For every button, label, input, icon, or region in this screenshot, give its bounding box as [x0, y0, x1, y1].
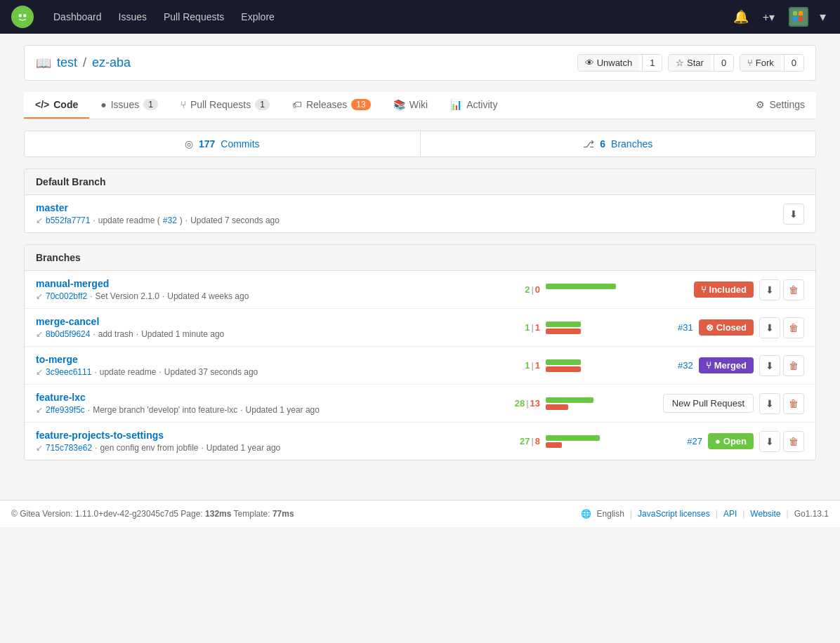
tab-releases[interactable]: 🏷 Releases 13: [281, 92, 382, 119]
footer-js-licenses-link[interactable]: JavaScript licenses: [638, 509, 710, 519]
footer-language: English: [597, 509, 624, 519]
branch-commit-msg: update readme: [100, 367, 157, 377]
site-logo[interactable]: [11, 6, 34, 28]
wiki-icon: 📚: [393, 99, 405, 110]
branch-commit-hash[interactable]: 715c783e62: [46, 443, 92, 453]
branch-delete-button[interactable]: 🗑: [783, 431, 804, 452]
branch-delete-button[interactable]: 🗑: [783, 279, 804, 300]
branch-delete-button[interactable]: 🗑: [783, 393, 804, 414]
pr-badge: 1: [255, 99, 270, 110]
closed-icon: ⊗: [706, 322, 714, 333]
branch-delete-button[interactable]: 🗑: [783, 355, 804, 376]
plus-icon: +▾: [763, 11, 775, 23]
branch-meta: ↙ 70c002bff2 · Set Version 2.1.0 · Updat…: [36, 291, 513, 301]
repo-actions: 👁 Unwatch 1 ☆ Star 0 ⑂ Fork 0: [577, 54, 804, 72]
fork-button[interactable]: ⑂ Fork: [740, 55, 781, 71]
branch-updated: Updated 4 weeks ago: [167, 291, 249, 301]
branch-download-button[interactable]: ⬇: [759, 355, 780, 376]
branch-meta: ↙ 8b0d5f9624 · add trash · Updated 1 min…: [36, 329, 513, 339]
pr-number-link[interactable]: #32: [678, 360, 693, 371]
user-avatar[interactable]: [789, 7, 808, 27]
download-icon: ⬇: [766, 284, 774, 296]
repo-owner-link[interactable]: test: [57, 55, 77, 70]
table-row: feature-projects-to-settings ↙ 715c783e6…: [25, 423, 815, 460]
default-branch-row: master ↙ b552fa7771 · update readme ( #3…: [25, 195, 815, 232]
tab-activity[interactable]: 📊 Activity: [439, 92, 508, 119]
nav-pull-requests[interactable]: Pull Requests: [155, 0, 232, 34]
tab-code[interactable]: </> Code: [24, 92, 89, 119]
repo-name-link[interactable]: ez-aba: [92, 55, 131, 70]
branches-section: Branches manual-merged ↙ 70c002bff2 · Se…: [24, 244, 816, 460]
branch-delete-button[interactable]: 🗑: [783, 317, 804, 338]
create-menu-button[interactable]: +▾: [760, 8, 777, 27]
star-button[interactable]: ☆ Star: [669, 55, 710, 71]
tab-settings[interactable]: ⚙ Settings: [744, 92, 816, 119]
branch-info-feature-lxc: feature-lxc ↙ 2ffe939f5c · Merge branch …: [36, 392, 504, 415]
default-branch-commit-pr[interactable]: #32: [163, 216, 177, 225]
download-icon: ⬇: [766, 436, 774, 447]
footer-website-link[interactable]: Website: [750, 509, 780, 519]
download-icon: ⬇: [766, 322, 774, 333]
download-icon: ⬇: [766, 360, 774, 371]
table-row: to-merge ↙ 3c9eec6111 · update readme · …: [25, 347, 815, 385]
branches-stat[interactable]: ⎇ 6 Branches: [421, 131, 816, 157]
branch-name-link[interactable]: to-merge: [36, 354, 78, 365]
branch-download-button[interactable]: ⬇: [759, 393, 780, 414]
fork-count: 0: [784, 55, 803, 71]
commits-stat[interactable]: ◎ 177 Commits: [25, 131, 421, 157]
fork-icon: ⑂: [747, 58, 753, 68]
trash-icon: 🗑: [789, 436, 799, 447]
branches-label: Branches: [611, 138, 652, 150]
unwatch-button[interactable]: 👁 Unwatch: [578, 55, 639, 71]
branch-name-link[interactable]: merge-cancel: [36, 316, 99, 327]
bar-behind: [546, 329, 581, 334]
footer-links: 🌐 English | JavaScript licenses | API | …: [581, 509, 829, 519]
default-branch-download-button[interactable]: ⬇: [783, 204, 804, 225]
footer-api-link[interactable]: API: [723, 509, 737, 519]
branch-commit-hash[interactable]: 2ffe939f5c: [46, 405, 85, 415]
bar-behind: [546, 366, 581, 372]
book-icon: 📖: [36, 55, 51, 71]
pr-number-link[interactable]: #27: [687, 436, 702, 446]
pr-number-link[interactable]: #31: [678, 322, 693, 333]
branch-download-button[interactable]: ⬇: [759, 279, 780, 300]
notification-bell-button[interactable]: 🔔: [730, 6, 752, 27]
branch-commit-hash[interactable]: 3c9eec6111: [46, 367, 91, 377]
tab-wiki[interactable]: 📚 Wiki: [382, 92, 439, 119]
branch-name-link[interactable]: manual-merged: [36, 278, 109, 289]
branch-commit-msg: Merge branch 'develop' into feature-lxc: [93, 405, 237, 415]
status-area: #32 ⑂ Merged: [627, 357, 754, 373]
default-branch-actions: ⬇: [783, 204, 804, 225]
branch-commit-hash[interactable]: 70c002bff2: [46, 291, 87, 301]
code-icon: </>: [35, 99, 49, 110]
branch-commit-hash[interactable]: 8b0d5f9624: [46, 329, 90, 339]
user-menu-button[interactable]: ▾: [817, 6, 829, 27]
branch-name-link[interactable]: feature-lxc: [36, 392, 86, 403]
branch-info-to-merge: to-merge ↙ 3c9eec6111 · update readme · …: [36, 354, 513, 377]
branch-name-link[interactable]: feature-projects-to-settings: [36, 430, 164, 441]
branch-download-button[interactable]: ⬇: [759, 317, 780, 338]
issues-badge: 1: [143, 99, 158, 110]
default-branch-commit-hash[interactable]: b552fa7771: [46, 216, 90, 225]
status-area: New Pull Request: [627, 394, 754, 413]
new-pull-request-button[interactable]: New Pull Request: [663, 394, 754, 413]
status-badge: ⊗ Closed: [699, 319, 754, 336]
branch-download-button[interactable]: ⬇: [759, 431, 780, 452]
branch-commit-msg: add trash: [98, 329, 133, 339]
bar-ahead: [546, 284, 616, 289]
nav-issues[interactable]: Issues: [110, 0, 155, 34]
status-area: #27 ● Open: [627, 433, 754, 449]
svg-rect-8: [799, 17, 803, 21]
branch-meta: ↙ 715c783e62 · gen config env from jobfi…: [36, 443, 508, 453]
topnav-links: Dashboard Issues Pull Requests Explore: [45, 0, 283, 34]
nav-dashboard[interactable]: Dashboard: [45, 0, 110, 34]
trash-icon: 🗑: [789, 360, 799, 371]
compare-bars: [546, 397, 616, 410]
star-icon: ☆: [676, 58, 684, 68]
default-branch-info: master ↙ b552fa7771 · update readme ( #3…: [36, 202, 777, 225]
branch-action-btns: ⬇ 🗑: [759, 431, 804, 452]
default-branch-name-link[interactable]: master: [36, 202, 68, 213]
tab-issues[interactable]: ● Issues 1: [89, 92, 169, 119]
nav-explore[interactable]: Explore: [232, 0, 282, 34]
tab-pull-requests[interactable]: ⑂ Pull Requests 1: [169, 92, 281, 119]
